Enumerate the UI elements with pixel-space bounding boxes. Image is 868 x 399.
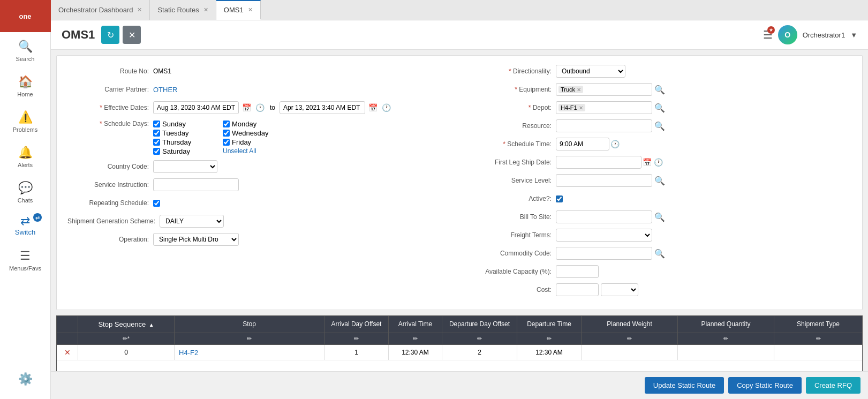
row-delete-btn[interactable]: ✕ <box>57 345 78 360</box>
sidebar-item-settings[interactable]: ⚙️ <box>18 365 33 394</box>
date-from-calendar-icon[interactable]: 📅 <box>241 103 252 112</box>
schedule-time-input[interactable] <box>556 138 609 150</box>
sidebar-item-alerts[interactable]: 🔔 Alerts <box>0 138 50 174</box>
th-sub-shipment-type[interactable]: ✏ <box>774 333 862 344</box>
repeating-schedule-checkbox[interactable] <box>153 200 160 207</box>
tab-oms1[interactable]: OMS1 ✕ <box>216 0 261 20</box>
bill-to-site-input[interactable] <box>556 210 652 223</box>
th-sub-departure-time[interactable]: ✏ <box>517 333 582 344</box>
sidebar-item-chats[interactable]: 💬 Chats <box>0 174 50 209</box>
cost-label: Cost: <box>470 286 556 293</box>
date-from-time-icon[interactable]: 🕐 <box>254 103 266 112</box>
th-sub-departure-day[interactable]: ✏ <box>442 333 517 344</box>
resource-search-btn[interactable]: 🔍 <box>652 121 667 131</box>
monday-checkbox[interactable] <box>223 121 230 127</box>
bell-icon: 🔔 <box>18 146 33 160</box>
app-logo: one <box>0 0 51 32</box>
th-sub-planned-qty[interactable]: ✏ <box>678 333 774 344</box>
repeating-schedule-label: Repeating Schedule: <box>67 199 153 207</box>
create-rfq-button[interactable]: Create RFQ <box>806 377 861 394</box>
tab-orchestrator-dashboard[interactable]: Orchestrator Dashboard ✕ <box>51 0 150 20</box>
depot-tag-remove[interactable]: ✕ <box>579 105 583 111</box>
th-sub-arrival-day[interactable]: ✏ <box>324 333 389 344</box>
tab-static-routes[interactable]: Static Routes ✕ <box>150 0 216 20</box>
th-sub-stop[interactable]: ✏ <box>175 333 324 344</box>
row-stop-link[interactable]: H4-F2 <box>179 349 198 357</box>
sidebar-item-chats-label: Chats <box>18 197 33 204</box>
directionality-select[interactable]: OutboundInbound <box>556 65 625 78</box>
first-leg-ship-date-input[interactable] <box>556 156 641 169</box>
checkbox-thursday[interactable]: Thursday <box>153 138 217 146</box>
wednesday-checkbox[interactable] <box>223 130 230 137</box>
country-code-select[interactable] <box>153 160 217 173</box>
first-leg-time-icon[interactable]: 🕐 <box>653 158 664 167</box>
sidebar-item-home[interactable]: 🏠 Home <box>0 67 50 103</box>
equipment-tag-remove[interactable]: ✕ <box>577 87 581 93</box>
dropdown-chevron[interactable]: ▼ <box>850 31 857 39</box>
schedule-time-clock-icon[interactable]: 🕐 <box>609 140 621 148</box>
sunday-checkbox[interactable] <box>153 121 160 127</box>
tab-oms1-close[interactable]: ✕ <box>248 6 253 13</box>
service-instruction-input[interactable] <box>153 178 239 191</box>
commodity-code-row: Commodity Code: 🔍 <box>470 246 851 260</box>
freight-terms-select[interactable] <box>556 229 652 242</box>
switch-badge: ⇄ <box>33 213 42 222</box>
bill-to-site-label: Bill To Site: <box>470 213 556 221</box>
sidebar-bottom: ⚙️ <box>18 365 33 399</box>
date-to-calendar-icon[interactable]: 📅 <box>367 103 379 112</box>
copy-static-route-button[interactable]: Copy Static Route <box>728 377 802 394</box>
th-arrival-time: Arrival Time <box>389 316 442 333</box>
close-button[interactable]: ✕ <box>123 26 141 44</box>
notifications-icon[interactable]: ☰ ★ <box>763 28 773 41</box>
sidebar-item-switch[interactable]: ⇄ ⇄ Switch <box>0 209 50 242</box>
page-header: OMS1 ↻ ✕ ☰ ★ O Orchestrator1 ▼ <box>51 20 868 50</box>
thursday-checkbox[interactable] <box>153 139 160 146</box>
checkbox-wednesday[interactable]: Wednesday <box>223 129 287 137</box>
sidebar-item-search[interactable]: 🔍 Search <box>0 32 50 67</box>
active-checkbox[interactable] <box>556 195 563 202</box>
tuesday-checkbox[interactable] <box>153 130 160 137</box>
depot-search-btn[interactable]: 🔍 <box>652 103 667 113</box>
unselect-all-link[interactable]: Unselect All <box>223 147 287 155</box>
equipment-search-btn[interactable]: 🔍 <box>652 85 667 95</box>
first-leg-calendar-icon[interactable]: 📅 <box>641 158 653 167</box>
th-sub-stop-seq[interactable]: ✏* <box>78 333 175 344</box>
date-to-time-icon[interactable]: 🕐 <box>381 103 392 112</box>
commodity-code-search-btn[interactable]: 🔍 <box>652 249 667 259</box>
footer: Update Static Route Copy Static Route Cr… <box>51 371 868 399</box>
checkbox-friday[interactable]: Friday <box>223 138 287 146</box>
tab-static-routes-close[interactable]: ✕ <box>203 6 208 13</box>
sidebar-item-problems[interactable]: ⚠️ Problems <box>0 103 50 138</box>
row-arrival-day: 1 <box>324 345 389 360</box>
th-sub-arrival-time[interactable]: ✏ <box>389 333 442 344</box>
operation-select[interactable]: Single Pick Multi DroSingle Pick Single … <box>153 233 239 246</box>
sidebar-item-menus[interactable]: ☰ Menus/Favs <box>0 242 50 277</box>
available-capacity-input[interactable] <box>556 265 599 278</box>
friday-checkbox[interactable] <box>223 139 230 146</box>
resource-label: Resource: <box>470 122 556 130</box>
commodity-code-input[interactable] <box>556 247 652 260</box>
update-static-route-button[interactable]: Update Static Route <box>645 377 724 394</box>
carrier-partner-link[interactable]: OTHER <box>153 86 178 94</box>
freight-terms-label: Freight Terms: <box>470 231 556 239</box>
checkbox-saturday[interactable]: Saturday <box>153 147 217 155</box>
shipment-gen-select[interactable]: DAILYWEEKLYMONTHLY <box>160 215 224 228</box>
th-sub-planned-weight[interactable]: ✏ <box>582 333 678 344</box>
service-level-search-btn[interactable]: 🔍 <box>652 176 667 186</box>
tab-orchestrator-dashboard-close[interactable]: ✕ <box>137 6 142 13</box>
effective-date-from-input[interactable] <box>153 101 239 114</box>
service-level-input[interactable] <box>556 174 652 187</box>
tab-static-routes-label: Static Routes <box>157 6 199 14</box>
checkbox-monday[interactable]: Monday <box>223 120 287 128</box>
refresh-button[interactable]: ↻ <box>101 26 119 44</box>
cost-input[interactable] <box>556 283 599 296</box>
saturday-checkbox[interactable] <box>153 148 160 155</box>
effective-date-to-input[interactable] <box>280 101 365 114</box>
cost-currency-select[interactable] <box>601 283 638 296</box>
checkbox-sunday[interactable]: Sunday <box>153 120 217 128</box>
checkbox-tuesday[interactable]: Tuesday <box>153 129 217 137</box>
resource-input[interactable] <box>556 119 652 132</box>
directionality-label: Directionality: <box>470 67 556 75</box>
bill-to-site-search-btn[interactable]: 🔍 <box>652 212 667 222</box>
tab-orchestrator-dashboard-label: Orchestrator Dashboard <box>58 6 133 14</box>
